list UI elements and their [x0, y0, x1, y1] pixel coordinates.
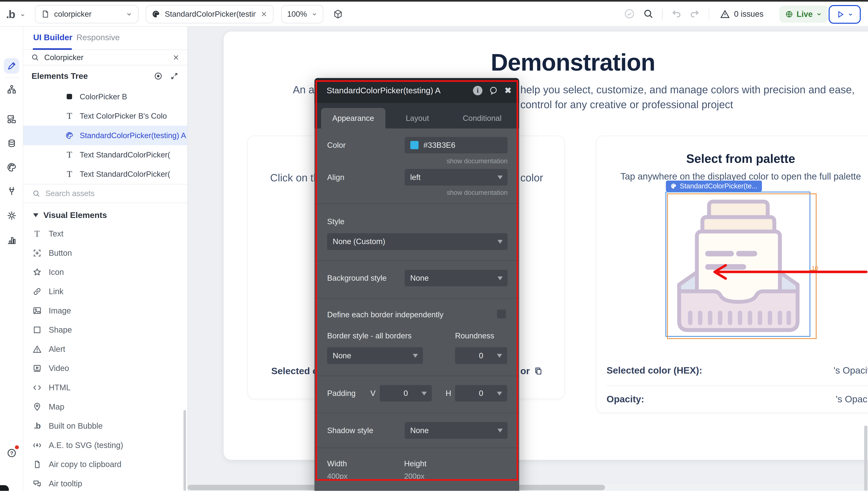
palette-item-label: Link — [49, 287, 63, 296]
help-icon[interactable]: ? — [4, 445, 19, 461]
palette-icon — [152, 10, 160, 19]
ui-builder-panel: UI Builder Responsive Elements Tree Colo… — [23, 27, 188, 491]
assets-search-input[interactable] — [45, 189, 179, 198]
logo-chevron-down-icon[interactable] — [20, 12, 26, 18]
palette-item-map[interactable]: Map — [23, 397, 187, 416]
redo-icon[interactable] — [689, 8, 700, 19]
database-icon[interactable] — [4, 136, 19, 151]
dialog-divider — [314, 413, 519, 413]
element-selection-badge[interactable]: StandardColorPicker(te... — [666, 180, 762, 192]
elements-tree: ColorPicker BTText ColorPicker B's ColoS… — [23, 87, 187, 184]
bubble-logo[interactable]: .b — [6, 8, 15, 21]
padding-v-value: 0 — [404, 389, 408, 398]
tab-appearance[interactable]: Appearance — [321, 108, 385, 128]
canvas-horizontal-scrollbar[interactable] — [188, 484, 868, 491]
issues-count[interactable]: 0 issues — [734, 9, 764, 19]
property-editor-dialog[interactable]: StandardColorPicker(testing) A i ✖ Appea… — [314, 78, 519, 491]
show-documentation-link[interactable]: show documentation — [447, 189, 507, 197]
zoom-selector[interactable]: 100% — [281, 5, 323, 23]
palette-item-label: Icon — [49, 268, 64, 277]
show-documentation-link[interactable]: show documentation — [447, 157, 507, 165]
palette-item-label: Button — [49, 249, 72, 258]
palette-item-link[interactable]: Link — [23, 282, 187, 301]
align-dropdown[interactable]: left — [405, 169, 507, 185]
palette-item-label: Built on Bubble — [49, 422, 103, 431]
tab-responsive[interactable]: Responsive — [76, 33, 120, 42]
app-page-selector-value: colorpicker — [54, 10, 121, 19]
tree-row-label: ColorPicker B — [80, 92, 127, 101]
close-icon[interactable]: ✖ — [504, 86, 512, 95]
pencil-icon[interactable] — [4, 58, 19, 74]
tree-row[interactable]: TText StandardColorPicker( — [23, 165, 187, 184]
gear-icon[interactable] — [4, 208, 19, 223]
app-page-selector[interactable]: colorpicker — [35, 5, 138, 23]
palette-item-air-copy-to-clipboard[interactable]: Air copy to clipboard — [23, 455, 187, 474]
collapse-triangle-icon — [33, 213, 38, 217]
color-swatch[interactable] — [410, 141, 418, 149]
chevron-down-icon — [848, 12, 853, 17]
deploy-check-icon[interactable] — [624, 8, 635, 19]
palette-item-built-on-bubble[interactable]: .bBuilt on Bubble — [23, 416, 187, 436]
comment-icon[interactable] — [489, 86, 498, 96]
background-style-dropdown[interactable]: None — [405, 270, 507, 287]
palette-item-label: Map — [49, 402, 64, 411]
clear-search-icon[interactable] — [173, 54, 180, 61]
panel-scrollbar[interactable] — [183, 410, 186, 491]
copy-icon[interactable] — [534, 366, 543, 376]
padding-h-value: 0 — [479, 389, 483, 398]
selected-element-chip[interactable]: StandardColorPicker(testin... — [146, 5, 274, 23]
palette-item-a-e-to-svg-testing-[interactable]: A.E. to SVG (testing) — [23, 436, 187, 455]
tree-row[interactable]: TText ColorPicker B's Colo — [23, 106, 187, 126]
padding-h-dropdown[interactable]: 0 — [455, 385, 507, 402]
tree-row[interactable]: ColorPicker B — [23, 87, 187, 106]
tab-conditional[interactable]: Conditional — [450, 108, 515, 128]
undo-icon[interactable] — [671, 8, 682, 19]
component-cube-icon[interactable] — [333, 9, 344, 20]
padding-v-dropdown[interactable]: 0 — [380, 385, 432, 402]
window-top-strip — [0, 0, 868, 2]
border-style-dropdown[interactable]: None — [327, 347, 423, 364]
chart-icon[interactable] — [4, 232, 19, 248]
palette-item-text[interactable]: TText — [23, 224, 187, 243]
element-search-input[interactable] — [44, 53, 167, 62]
palette-item-label: Alert — [49, 345, 65, 354]
palette-item-html[interactable]: HTML — [23, 378, 187, 397]
palette-item-air-tooltip[interactable]: Air tooltip — [23, 474, 187, 491]
design-canvas[interactable]: Demonstration An a help you select, cust… — [188, 27, 868, 491]
sitemap-icon[interactable] — [4, 81, 19, 97]
palette-item-alert[interactable]: Alert — [23, 340, 187, 359]
visual-elements-header[interactable]: Visual Elements — [23, 206, 187, 224]
roundness-dropdown[interactable]: 0 — [455, 347, 507, 364]
palette-item-shape[interactable]: Shape — [23, 320, 187, 340]
chevron-down-icon — [126, 11, 132, 18]
dialog-header[interactable]: StandardColorPicker(testing) A i ✖ — [314, 78, 519, 103]
clear-element-icon[interactable] — [260, 10, 268, 18]
widgets-icon[interactable] — [4, 111, 19, 127]
style-dropdown[interactable]: None (Custom) — [327, 233, 507, 250]
tab-ui-builder[interactable]: UI Builder — [33, 33, 72, 42]
color-input[interactable]: #33B3E6 — [405, 137, 507, 154]
palette-item-video[interactable]: Video — [23, 359, 187, 378]
palette-item-button[interactable]: Button — [23, 243, 187, 263]
info-icon[interactable]: i — [473, 86, 483, 95]
border-independent-checkbox[interactable] — [497, 310, 506, 318]
expand-tree-icon[interactable] — [169, 71, 179, 81]
dialog-divider — [314, 447, 519, 448]
palette-item-label: Image — [49, 306, 71, 315]
tree-row[interactable]: TText StandardColorPicker( — [23, 145, 187, 165]
palette-item-image[interactable]: Image — [23, 301, 187, 320]
palette-item-icon[interactable]: Icon — [23, 263, 187, 282]
tree-row[interactable]: StandardColorPicker(testing) A — [23, 126, 187, 145]
search-icon[interactable] — [643, 8, 654, 19]
shadow-style-dropdown[interactable]: None — [405, 422, 507, 439]
notification-dot — [15, 445, 19, 449]
plug-icon[interactable] — [4, 183, 19, 199]
canvas-vertical-scrollbar[interactable] — [864, 426, 868, 491]
preview-run-button[interactable] — [829, 5, 861, 24]
live-environment-selector[interactable]: Live — [779, 6, 828, 23]
tab-layout[interactable]: Layout — [385, 108, 450, 128]
visibility-eye-icon[interactable] — [154, 71, 163, 81]
palette-icon[interactable] — [4, 160, 19, 175]
corner-widget[interactable] — [0, 485, 9, 491]
issues-warning-icon[interactable] — [720, 9, 731, 20]
